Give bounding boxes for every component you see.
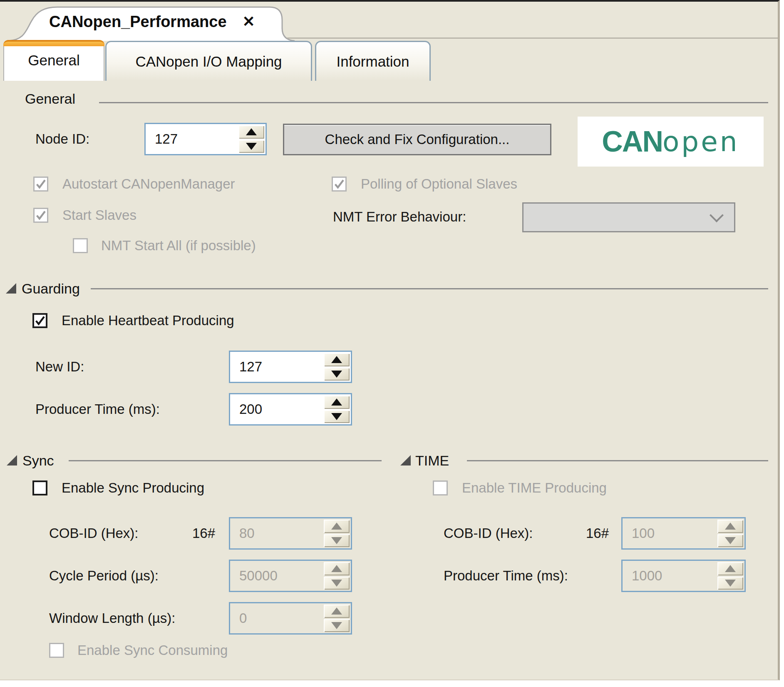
new-id-up-button[interactable] xyxy=(324,353,350,366)
guarding-producer-time-label: Producer Time (ms): xyxy=(35,401,160,418)
check-icon xyxy=(333,178,345,190)
enable-time-producing-label: Enable TIME Producing xyxy=(462,480,607,496)
enable-sync-consuming-checkbox[interactable] xyxy=(49,643,64,658)
window-length-value: 0 xyxy=(230,603,323,633)
check-icon xyxy=(35,209,47,222)
arrow-up-icon xyxy=(246,128,257,135)
window-length-label: Window Length (µs): xyxy=(49,610,175,627)
arrow-up-icon xyxy=(331,356,342,363)
time-producer-time-value: 1000 xyxy=(623,561,716,591)
cycle-period-up-button xyxy=(324,562,350,575)
time-producer-up-button xyxy=(717,562,743,575)
node-id-down-button[interactable] xyxy=(238,140,264,153)
cycle-period-spinner: 50000 xyxy=(229,560,352,592)
node-id-spinner[interactable]: 127 xyxy=(144,123,267,155)
section-sync-title: Sync xyxy=(22,452,54,469)
node-id-up-button[interactable] xyxy=(238,125,264,139)
tab-general-label: General xyxy=(28,52,80,69)
section-guarding-title: Guarding xyxy=(22,280,80,297)
arrow-up-icon xyxy=(725,523,736,530)
document-tab-label: CANopen_Performance xyxy=(49,13,227,31)
chevron-down-icon xyxy=(710,208,724,222)
editor-panel: CANopen_Performance ✕ General CANopen I/… xyxy=(0,0,780,680)
section-guarding-line xyxy=(91,288,768,289)
time-cob-id-down-button xyxy=(717,534,743,548)
time-cob-id-value: 100 xyxy=(623,518,716,548)
nmt-error-behaviour-dropdown[interactable] xyxy=(522,202,735,232)
nmt-error-behaviour-label: NMT Error Behaviour: xyxy=(333,209,466,225)
start-slaves-label: Start Slaves xyxy=(62,207,136,224)
arrow-up-icon xyxy=(331,565,342,572)
window-length-down-button xyxy=(324,619,350,632)
autostart-canopenmanager-checkbox[interactable] xyxy=(33,177,48,192)
close-icon[interactable]: ✕ xyxy=(243,14,255,29)
arrow-down-icon xyxy=(331,371,342,378)
guarding-producer-time-spinner[interactable]: 200 xyxy=(229,393,352,426)
document-tab[interactable]: CANopen_Performance ✕ xyxy=(49,12,255,32)
autostart-canopenmanager-label: Autostart CANopenManager xyxy=(62,176,235,192)
start-slaves-checkbox[interactable] xyxy=(33,208,48,223)
enable-sync-producing-label: Enable Sync Producing xyxy=(62,480,204,496)
arrow-up-icon xyxy=(331,523,342,530)
nmt-start-all-checkbox[interactable] xyxy=(73,238,88,253)
sync-hex-prefix: 16# xyxy=(192,525,215,542)
time-producer-time-spinner: 1000 xyxy=(621,560,746,592)
tabstrip-baseline xyxy=(287,37,778,39)
enable-time-producing-checkbox[interactable] xyxy=(433,480,448,495)
arrow-down-icon xyxy=(331,580,342,587)
sync-cob-id-value: 80 xyxy=(230,518,323,548)
new-id-spinner[interactable]: 127 xyxy=(229,351,352,383)
node-id-value[interactable]: 127 xyxy=(146,124,237,154)
guarding-producer-time-value[interactable]: 200 xyxy=(230,394,323,424)
node-id-label: Node ID: xyxy=(35,131,89,147)
time-producer-down-button xyxy=(717,577,743,590)
section-general-title: General xyxy=(25,90,75,107)
polling-optional-slaves-label: Polling of Optional Slaves xyxy=(361,176,517,192)
new-id-value[interactable]: 127 xyxy=(230,352,323,382)
window-length-up-button xyxy=(324,605,350,618)
canopen-logo-light: open xyxy=(662,126,739,158)
producer-time-down-button[interactable] xyxy=(324,410,350,423)
sync-cob-id-up-button xyxy=(324,520,350,533)
section-time-title: TIME xyxy=(415,452,449,469)
new-id-label: New ID: xyxy=(35,358,84,375)
sync-cob-id-down-button xyxy=(324,534,350,548)
tab-general[interactable]: General xyxy=(3,40,104,81)
nmt-start-all-label: NMT Start All (if possible) xyxy=(101,237,256,254)
arrow-up-icon xyxy=(331,398,342,406)
section-sync-line xyxy=(69,460,382,461)
polling-optional-slaves-checkbox[interactable] xyxy=(332,177,347,192)
canopen-logo: CANopen xyxy=(578,117,764,167)
sync-collapse-triangle-icon[interactable] xyxy=(7,455,17,465)
cycle-period-down-button xyxy=(324,577,350,590)
enable-sync-consuming-label: Enable Sync Consuming xyxy=(77,642,228,659)
tab-canopen-io-mapping[interactable]: CANopen I/O Mapping xyxy=(105,41,312,81)
time-hex-prefix: 16# xyxy=(586,525,609,542)
active-tab-accent xyxy=(3,40,104,46)
canopen-logo-bold: CAN xyxy=(602,125,662,158)
arrow-down-icon xyxy=(725,580,736,587)
enable-heartbeat-producing-label: Enable Heartbeat Producing xyxy=(62,312,234,329)
section-time-line xyxy=(467,460,768,461)
guarding-collapse-triangle-icon[interactable] xyxy=(6,283,16,294)
window-length-spinner: 0 xyxy=(229,602,352,635)
cycle-period-value: 50000 xyxy=(230,561,323,591)
arrow-up-icon xyxy=(725,565,736,572)
check-and-fix-configuration-button[interactable]: Check and Fix Configuration... xyxy=(283,124,551,155)
enable-heartbeat-producing-checkbox[interactable] xyxy=(32,313,47,328)
tab-information[interactable]: Information xyxy=(315,41,431,81)
enable-sync-producing-checkbox[interactable] xyxy=(32,480,47,495)
tab-io-mapping-label: CANopen I/O Mapping xyxy=(135,53,282,70)
new-id-down-button[interactable] xyxy=(324,368,350,381)
time-collapse-triangle-icon[interactable] xyxy=(400,455,411,465)
check-icon xyxy=(35,178,47,190)
tab-information-label: Information xyxy=(336,53,409,70)
sync-cob-id-label: COB-ID (Hex): xyxy=(49,525,139,542)
time-cob-id-spinner: 100 xyxy=(621,517,746,550)
arrow-up-icon xyxy=(331,607,342,615)
arrow-down-icon xyxy=(246,143,257,150)
section-general-line xyxy=(99,102,768,103)
producer-time-up-button[interactable] xyxy=(324,396,350,409)
check-icon xyxy=(34,314,46,327)
arrow-down-icon xyxy=(725,537,736,544)
